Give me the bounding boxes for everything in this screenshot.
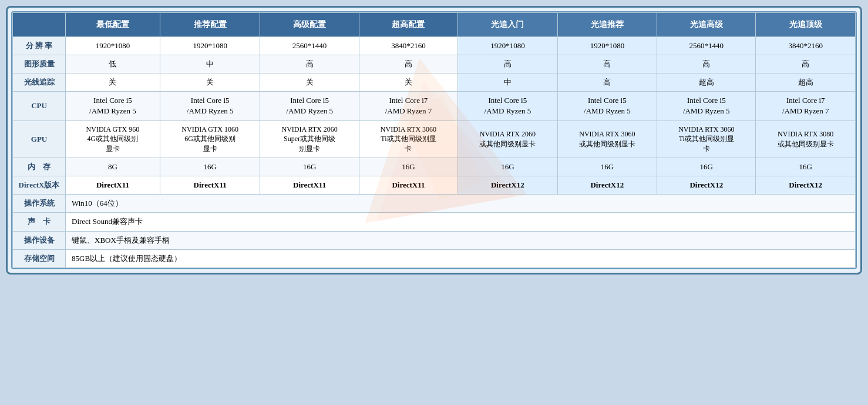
val-dx-4: DirectX11 xyxy=(359,176,457,195)
row-soundcard: 声 卡 Direct Sound兼容声卡 xyxy=(13,213,856,231)
header-recommended: 推荐配置 xyxy=(160,13,260,37)
row-graphics: 图形质量 低 中 高 高 高 高 高 高 xyxy=(13,55,856,73)
val-gpu-4: NVIDIA RTX 3060Ti或其他同级别显卡 xyxy=(359,121,457,158)
outer-border: 最低配置 推荐配置 高级配置 超高配置 光追入门 光追推荐 光追高级 光追顶级 … xyxy=(6,6,862,275)
table-body: 分 辨 率 1920*1080 1920*1080 2560*1440 3840… xyxy=(13,36,856,267)
val-dx-1: DirectX11 xyxy=(66,176,160,195)
val-os: Win10（64位） xyxy=(66,195,856,213)
val-cpu-7: Intel Core i5/AMD Ryzen 5 xyxy=(657,92,756,121)
val-graphics-2: 中 xyxy=(160,55,260,73)
header-rt-high: 光追高级 xyxy=(657,13,756,37)
val-ram-2: 16G xyxy=(160,158,260,176)
val-resolution-4: 3840*2160 xyxy=(359,36,457,55)
val-resolution-8: 3840*2160 xyxy=(756,36,856,55)
val-dx-6: DirectX12 xyxy=(557,176,657,195)
val-rt-8: 超高 xyxy=(756,73,856,91)
val-cpu-6: Intel Core i5/AMD Ryzen 5 xyxy=(557,92,657,121)
header-lowest: 最低配置 xyxy=(66,13,160,37)
table-wrapper: 最低配置 推荐配置 高级配置 超高配置 光追入门 光追推荐 光追高级 光追顶级 … xyxy=(12,12,856,268)
val-resolution-2: 1920*1080 xyxy=(160,36,260,55)
row-raytracing: 光线追踪 关 关 关 关 中 高 超高 超高 xyxy=(13,73,856,91)
row-resolution: 分 辨 率 1920*1080 1920*1080 2560*1440 3840… xyxy=(13,36,856,55)
val-cpu-3: Intel Core i5/AMD Ryzen 5 xyxy=(260,92,359,121)
val-gpu-8: NVIDIA RTX 3080或其他同级别显卡 xyxy=(756,121,856,158)
row-directx: DirectX版本 DirectX11 DirectX11 DirectX11 … xyxy=(13,176,856,195)
val-graphics-7: 高 xyxy=(657,55,756,73)
val-graphics-6: 高 xyxy=(557,55,657,73)
row-os: 操作系统 Win10（64位） xyxy=(13,195,856,213)
val-rt-6: 高 xyxy=(557,73,657,91)
val-ram-1: 8G xyxy=(66,158,160,176)
val-storage: 85GB以上（建议使用固态硬盘） xyxy=(66,249,856,267)
val-gpu-7: NVIDIA RTX 3060Ti或其他同级别显卡 xyxy=(657,121,756,158)
row-ram: 内 存 8G 16G 16G 16G 16G 16G 16G 16G xyxy=(13,158,856,176)
header-empty xyxy=(13,13,66,37)
header-high: 高级配置 xyxy=(260,13,359,37)
val-dx-2: DirectX11 xyxy=(160,176,260,195)
val-ram-5: 16G xyxy=(458,158,558,176)
row-gpu: GPU NVIDIA GTX 9604G或其他同级别显卡 NVIDIA GTX … xyxy=(13,121,856,158)
row-inputdevice: 操作设备 键鼠、XBOX手柄及兼容手柄 xyxy=(13,231,856,249)
val-rt-5: 中 xyxy=(458,73,558,91)
header-rt-entry: 光追入门 xyxy=(458,13,558,37)
val-gpu-1: NVIDIA GTX 9604G或其他同级别显卡 xyxy=(66,121,160,158)
val-gpu-2: NVIDIA GTX 10606G或其他同级别显卡 xyxy=(160,121,260,158)
label-soundcard: 声 卡 xyxy=(13,213,66,231)
val-cpu-8: Intel Core i7/AMD Ryzen 7 xyxy=(756,92,856,121)
label-resolution: 分 辨 率 xyxy=(13,36,66,55)
label-storage: 存储空间 xyxy=(13,249,66,267)
label-cpu: CPU xyxy=(13,92,66,121)
val-cpu-1: Intel Core i5/AMD Ryzen 5 xyxy=(66,92,160,121)
header-ultra: 超高配置 xyxy=(359,13,457,37)
val-cpu-2: Intel Core i5/AMD Ryzen 5 xyxy=(160,92,260,121)
header-row: 最低配置 推荐配置 高级配置 超高配置 光追入门 光追推荐 光追高级 光追顶级 xyxy=(13,13,856,37)
val-ram-6: 16G xyxy=(557,158,657,176)
val-dx-5: DirectX12 xyxy=(458,176,558,195)
label-directx: DirectX版本 xyxy=(13,176,66,195)
val-dx-7: DirectX12 xyxy=(657,176,756,195)
val-resolution-6: 1920*1080 xyxy=(557,36,657,55)
val-resolution-3: 2560*1440 xyxy=(260,36,359,55)
val-cpu-4: Intel Core i7/AMD Ryzen 7 xyxy=(359,92,457,121)
label-graphics: 图形质量 xyxy=(13,55,66,73)
val-gpu-5: NVIDIA RTX 2060或其他同级别显卡 xyxy=(458,121,558,158)
label-raytracing: 光线追踪 xyxy=(13,73,66,91)
val-rt-3: 关 xyxy=(260,73,359,91)
val-graphics-4: 高 xyxy=(359,55,457,73)
label-gpu: GPU xyxy=(13,121,66,158)
val-graphics-5: 高 xyxy=(458,55,558,73)
header-rt-recommended: 光追推荐 xyxy=(557,13,657,37)
inner-border: 最低配置 推荐配置 高级配置 超高配置 光追入门 光追推荐 光追高级 光追顶级 … xyxy=(11,11,857,269)
val-graphics-1: 低 xyxy=(66,55,160,73)
row-cpu: CPU Intel Core i5/AMD Ryzen 5 Intel Core… xyxy=(13,92,856,121)
val-dx-8: DirectX12 xyxy=(756,176,856,195)
val-rt-2: 关 xyxy=(160,73,260,91)
val-rt-7: 超高 xyxy=(657,73,756,91)
row-storage: 存储空间 85GB以上（建议使用固态硬盘） xyxy=(13,249,856,267)
val-soundcard: Direct Sound兼容声卡 xyxy=(66,213,856,231)
val-graphics-3: 高 xyxy=(260,55,359,73)
val-ram-3: 16G xyxy=(260,158,359,176)
val-inputdevice: 键鼠、XBOX手柄及兼容手柄 xyxy=(66,231,856,249)
val-ram-7: 16G xyxy=(657,158,756,176)
label-os: 操作系统 xyxy=(13,195,66,213)
specs-table: 最低配置 推荐配置 高级配置 超高配置 光追入门 光追推荐 光追高级 光追顶级 … xyxy=(12,12,856,268)
val-gpu-6: NVIDIA RTX 3060或其他同级别显卡 xyxy=(557,121,657,158)
label-ram: 内 存 xyxy=(13,158,66,176)
val-rt-1: 关 xyxy=(66,73,160,91)
val-ram-4: 16G xyxy=(359,158,457,176)
val-resolution-5: 1920*1080 xyxy=(458,36,558,55)
val-ram-8: 16G xyxy=(756,158,856,176)
val-resolution-1: 1920*1080 xyxy=(66,36,160,55)
val-gpu-3: NVIDIA RTX 2060Super或其他同级别显卡 xyxy=(260,121,359,158)
val-rt-4: 关 xyxy=(359,73,457,91)
header-rt-top: 光追顶级 xyxy=(756,13,856,37)
val-cpu-5: Intel Core i5/AMD Ryzen 5 xyxy=(458,92,558,121)
label-inputdevice: 操作设备 xyxy=(13,231,66,249)
val-dx-3: DirectX11 xyxy=(260,176,359,195)
val-resolution-7: 2560*1440 xyxy=(657,36,756,55)
val-graphics-8: 高 xyxy=(756,55,856,73)
